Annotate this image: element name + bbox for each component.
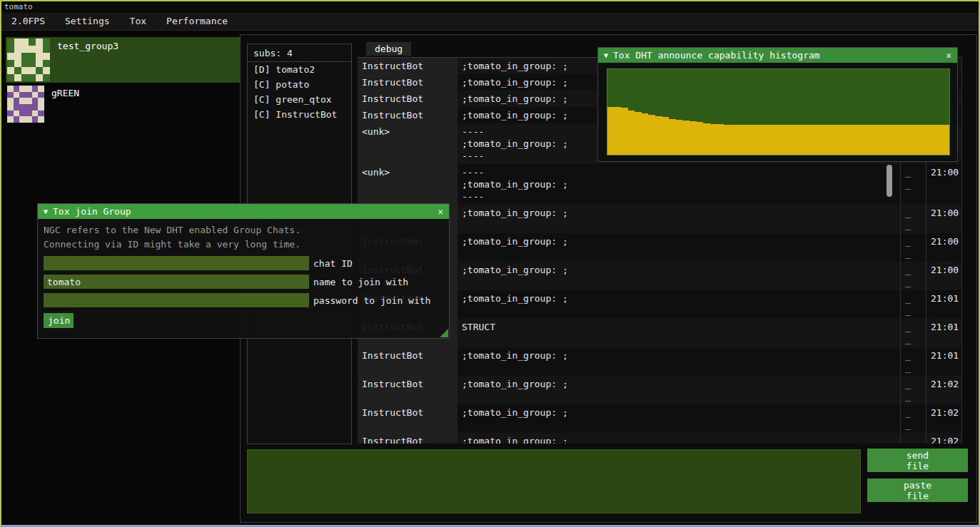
message-time: 21:01 — [926, 347, 961, 376]
join-field-row: password to join with — [44, 293, 443, 307]
histogram-bar — [785, 125, 792, 155]
menu-item-settings[interactable]: Settings — [55, 13, 120, 30]
chat-message-row[interactable]: <unk> ---- ;tomato_in_group: ; ---- _ _ … — [358, 164, 961, 205]
histogram-bar — [676, 120, 683, 155]
menu-item-performance[interactable]: Performance — [156, 13, 238, 30]
message-text: ;tomato_in_group: ; — [458, 262, 900, 290]
sender-name: InstructBot — [358, 404, 458, 433]
message-status: _ _ — [900, 205, 926, 233]
member-item[interactable]: [C] InstructBot — [248, 107, 351, 122]
histogram-bar — [901, 125, 909, 155]
message-text: ;tomato_in_group: ; — [458, 290, 900, 319]
collapse-arrow-icon[interactable]: ▼ — [44, 208, 48, 215]
message-text: STRUCT — [458, 319, 900, 347]
send-file-button[interactable]: send file — [867, 449, 968, 472]
chat-message-row[interactable]: InstructBot ;tomato_in_group: ; _ _ 21:0… — [358, 433, 961, 444]
histogram-bar — [710, 124, 717, 155]
group-row-test_group3[interactable]: test_group3 — [6, 37, 240, 83]
histogram-bar — [689, 121, 697, 155]
join-window-titlebar: ▼ Tox join Group ✕ — [38, 204, 449, 219]
histogram-bar — [799, 125, 806, 155]
message-text: ;tomato_in_group: ; — [458, 205, 900, 233]
histogram-bar — [806, 125, 813, 155]
message-status: _ _ — [900, 262, 926, 290]
message-time: 21:02 — [926, 404, 961, 433]
chat-message-row[interactable]: InstructBot ;tomato_in_group: ; _ _ 21:0… — [358, 376, 961, 404]
join-window-body: NGC refers to the New DHT enabled Group … — [38, 219, 449, 328]
histogram-bar — [635, 112, 642, 155]
message-status: _ _ — [900, 319, 926, 347]
message-time: 21:00 — [926, 164, 961, 205]
sender-name: InstructBot — [358, 107, 458, 123]
histogram-bar — [607, 107, 615, 155]
close-icon[interactable]: ✕ — [438, 206, 443, 217]
join-group-window: ▼ Tox join Group ✕ NGC refers to the New… — [37, 203, 450, 339]
window-title: tomato — [4, 2, 33, 11]
sender-name: <unk> — [358, 123, 458, 164]
histogram-bar — [860, 125, 867, 155]
histogram-bar — [744, 125, 752, 155]
message-status: _ _ — [900, 233, 926, 262]
menu-item-tox[interactable]: Tox — [120, 13, 156, 30]
join-window-title: Tox join Group — [53, 206, 131, 217]
histogram-bar — [772, 125, 779, 155]
join-info-text: NGC refers to the New DHT enabled Group … — [44, 223, 443, 237]
histogram-bar — [792, 125, 799, 155]
histogram-bar — [730, 125, 737, 155]
histogram-bar — [854, 125, 861, 155]
histogram-window-title: Tox DHT announce capability histogram — [613, 50, 820, 61]
histogram-bar — [751, 125, 758, 155]
histogram-bar — [724, 125, 731, 155]
message-status: _ _ — [900, 290, 926, 319]
message-status: _ _ — [900, 433, 926, 444]
message-status: _ _ — [900, 164, 926, 205]
histogram-bar — [621, 108, 628, 155]
message-time: 21:00 — [926, 233, 961, 262]
group-avatar-icon — [7, 86, 44, 123]
sender-name: InstructBot — [358, 91, 458, 107]
paste-file-button[interactable]: paste file — [867, 479, 968, 502]
chat-scrollbar-thumb[interactable] — [886, 165, 892, 197]
message-text: ;tomato_in_group: ; — [458, 233, 900, 262]
histogram-bar — [778, 125, 785, 155]
histogram-bar — [840, 125, 847, 155]
histogram-bar — [697, 122, 704, 155]
group-avatar-icon — [7, 39, 50, 81]
join-button[interactable]: join — [44, 313, 74, 328]
field-label: name to join with — [313, 277, 408, 287]
join-field-row: name to join with — [44, 275, 443, 289]
histogram-bar — [827, 125, 834, 155]
tab-debug[interactable]: debug — [366, 42, 411, 56]
histogram-bar — [894, 125, 901, 155]
resize-grip[interactable] — [440, 329, 448, 337]
message-time: 21:00 — [926, 262, 961, 290]
chat-id-input[interactable] — [44, 256, 309, 270]
group-row-gREEN[interactable]: gREEN — [6, 84, 240, 124]
histogram-bar — [662, 117, 670, 155]
collapse-arrow-icon[interactable]: ▼ — [604, 51, 608, 59]
histogram-bar — [628, 111, 635, 155]
histogram-bar — [874, 125, 882, 155]
app-window: tomato 2.0FPSSettingsToxPerformance test… — [0, 0, 980, 527]
histogram-plot — [607, 68, 950, 155]
join-info-text: Connecting via ID might take a very long… — [44, 237, 443, 252]
histogram-bar — [669, 119, 676, 155]
chat-message-row[interactable]: InstructBot ;tomato_in_group: ; _ _ 21:0… — [358, 404, 961, 433]
histogram-bar — [717, 124, 724, 155]
histogram-bar — [847, 125, 854, 155]
histogram-bar — [819, 125, 827, 155]
member-item[interactable]: [C] potato — [248, 77, 351, 92]
join-name-input[interactable] — [44, 275, 309, 289]
message-text: ;tomato_in_group: ; — [458, 376, 900, 404]
close-icon[interactable]: ✕ — [946, 50, 951, 61]
member-item[interactable]: [D] tomato2 — [248, 62, 351, 77]
sender-name: InstructBot — [358, 433, 458, 444]
message-input[interactable] — [247, 449, 861, 513]
chat-message-row[interactable]: InstructBot ;tomato_in_group: ; _ _ 21:0… — [358, 347, 961, 376]
join-password-input[interactable] — [44, 293, 309, 307]
sender-name: InstructBot — [358, 376, 458, 404]
sender-name: InstructBot — [358, 74, 458, 91]
member-item[interactable]: [C] green_qtox — [248, 92, 351, 107]
histogram-bar — [648, 115, 655, 155]
fps-counter: 2.0FPS — [1, 13, 55, 30]
